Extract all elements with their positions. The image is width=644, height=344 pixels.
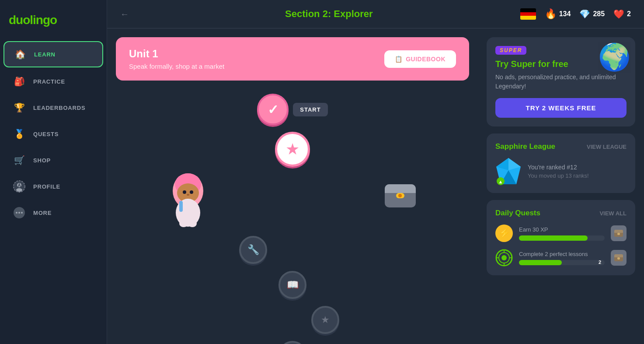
- star-icon-active: ★: [285, 140, 299, 158]
- sidebar-item-practice[interactable]: 🎒 PRACTICE: [3, 69, 103, 94]
- sidebar-item-more[interactable]: MORE: [3, 200, 103, 225]
- quest-earn-xp-details: Earn 30 XP: [519, 226, 605, 241]
- heart-stat[interactable]: ❤️ 2: [613, 9, 631, 19]
- view-all-quests-link[interactable]: VIEW ALL: [599, 210, 627, 217]
- node-inactive-3[interactable]: [278, 341, 306, 344]
- start-label: START: [293, 103, 327, 116]
- quest-earn-xp-reward: [611, 225, 627, 241]
- unit-title: Unit 1: [129, 48, 224, 60]
- fire-icon: 🔥: [545, 8, 557, 20]
- flag-red-stripe: [520, 12, 536, 16]
- league-card-header: Sapphire League VIEW LEAGUE: [495, 142, 627, 151]
- guidebook-button[interactable]: 📋 GUIDEBOOK: [384, 50, 456, 68]
- svg-point-12: [190, 190, 193, 194]
- sidebar-item-shop[interactable]: 🛒 SHOP: [3, 148, 103, 172]
- guidebook-label: GUIDEBOOK: [406, 56, 446, 63]
- dumbbell-icon: 🔧: [247, 244, 259, 256]
- super-badge: SUPER: [495, 46, 526, 55]
- quest-perfect-reward: [611, 250, 627, 266]
- unit-description: Speak formally, shop at a market: [129, 63, 224, 70]
- checkmark-icon: ✓: [268, 102, 278, 117]
- svg-point-22: [398, 194, 402, 197]
- book-icon: 📖: [287, 279, 299, 291]
- quest-perfect-lessons-details: Complete 2 perfect lessons 2: [519, 251, 605, 265]
- lightning-icon: ⚡: [495, 225, 513, 242]
- back-button[interactable]: ←: [120, 9, 129, 19]
- quest-perfect-lessons-label: Complete 2 perfect lessons: [519, 251, 605, 257]
- sidebar-item-leaderboards[interactable]: 🏆 LEADERBOARDS: [3, 95, 103, 120]
- svg-point-6: [18, 212, 20, 214]
- sidebar-label-quests: QUESTS: [33, 131, 59, 137]
- quests-icon: 🏅: [12, 127, 26, 141]
- learning-path: Unit 1 Speak formally, shop at a market …: [107, 28, 478, 344]
- sidebar-label-practice: PRACTICE: [33, 78, 65, 85]
- fire-count: 134: [559, 10, 571, 18]
- svg-point-7: [21, 212, 23, 214]
- quest-item-perfect-lessons: Complete 2 perfect lessons 2: [495, 249, 627, 267]
- heart-icon: ❤️: [613, 9, 624, 19]
- profile-icon: A: [12, 179, 26, 193]
- svg-point-5: [16, 212, 17, 214]
- sidebar-label-profile: PROFILE: [33, 183, 60, 190]
- try-free-button[interactable]: TRY 2 WEEKS FREE: [495, 98, 627, 118]
- right-panel: 🌍 SUPER Try Super for free No ads, perso…: [478, 28, 644, 344]
- leaderboards-icon: 🏆: [12, 101, 26, 115]
- sidebar-item-learn[interactable]: 🏠 LEARN: [3, 41, 103, 67]
- character: [168, 171, 208, 230]
- page-title: Section 2: Explorer: [138, 8, 520, 20]
- node-inactive-0[interactable]: 🔧: [239, 236, 267, 264]
- svg-point-13: [187, 194, 189, 196]
- sidebar-item-quests[interactable]: 🏅 QUESTS: [3, 122, 103, 146]
- globe-icon: 🌍: [598, 42, 631, 73]
- super-promo-card: 🌍 SUPER Try Super for free No ads, perso…: [487, 37, 635, 126]
- quest-item-earn-xp: ⚡ Earn 30 XP: [495, 225, 627, 242]
- svg-rect-17: [179, 201, 183, 212]
- view-league-link[interactable]: VIEW LEAGUE: [587, 144, 627, 150]
- league-moved: You moved up 13 ranks!: [528, 172, 589, 179]
- league-content: ▲ You're ranked #12 You moved up 13 rank…: [495, 158, 627, 184]
- quest-earn-xp-label: Earn 30 XP: [519, 226, 605, 233]
- daily-quests-card: Daily Quests VIEW ALL ⚡ Earn 30 XP: [487, 200, 635, 275]
- quest-earn-xp-fill: [519, 235, 588, 241]
- guidebook-icon: 📋: [395, 56, 403, 63]
- svg-rect-35: [614, 232, 623, 233]
- flag-gold-stripe: [520, 16, 536, 20]
- node-inactive-1[interactable]: 📖: [278, 271, 306, 299]
- main-content: ← Section 2: Explorer 🔥 134 💎 285 ❤️: [107, 0, 644, 344]
- fire-stat[interactable]: 🔥 134: [545, 8, 571, 20]
- svg-rect-46: [614, 256, 623, 257]
- quest-earn-xp-progress-bar: [519, 235, 605, 241]
- league-rank: You're ranked #12: [528, 164, 589, 171]
- gem-stat[interactable]: 💎 285: [579, 9, 605, 19]
- unit-info: Unit 1 Speak formally, shop at a market: [129, 48, 224, 70]
- header-stats: 🔥 134 💎 285 ❤️ 2: [520, 8, 631, 20]
- quest-perfect-fill: [519, 260, 562, 265]
- sidebar-label-leaderboards: LEADERBOARDS: [33, 105, 85, 111]
- content-area: Unit 1 Speak formally, shop at a market …: [107, 28, 644, 344]
- language-flag[interactable]: [520, 8, 536, 20]
- quest-perfect-lessons-bar: 2: [519, 260, 605, 265]
- svg-point-15: [179, 220, 188, 227]
- practice-icon: 🎒: [12, 74, 26, 88]
- sidebar-item-profile[interactable]: A PROFILE: [3, 174, 103, 199]
- more-icon: [12, 206, 26, 220]
- app-logo: duolingo: [0, 9, 107, 40]
- gem-count: 285: [593, 10, 605, 18]
- league-text: You're ranked #12 You moved up 13 ranks!: [528, 164, 589, 179]
- node-inactive-2[interactable]: ★: [311, 306, 339, 334]
- quests-title: Daily Quests: [495, 209, 540, 218]
- node-active-0[interactable]: ★: [275, 132, 310, 167]
- league-card: Sapphire League VIEW LEAGUE ▲: [487, 133, 635, 193]
- path-nodes: ✓ START ★: [116, 94, 469, 344]
- target-icon: [495, 249, 513, 267]
- super-description: No ads, personalized practice, and unlim…: [495, 73, 627, 91]
- league-title: Sapphire League: [495, 142, 555, 151]
- node-completed-0[interactable]: ✓: [257, 94, 289, 125]
- flag-black-stripe: [520, 8, 536, 12]
- star-icon-inactive: ★: [321, 314, 330, 326]
- learn-icon: 🏠: [13, 47, 27, 61]
- chest-node[interactable]: [384, 180, 417, 210]
- quest-progress-label: 2: [599, 260, 601, 265]
- svg-rect-20: [385, 190, 416, 193]
- shop-icon: 🛒: [12, 153, 26, 167]
